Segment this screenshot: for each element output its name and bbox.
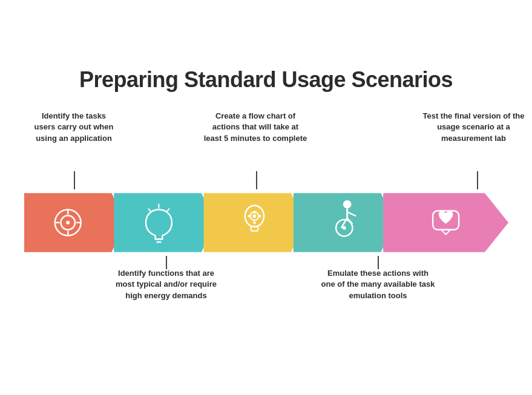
bottom-annotation-1: Identify functions that are most typical… [112, 268, 221, 302]
svg-point-2 [66, 221, 70, 224]
top-annotations: Identify the tasks users carry out when … [24, 111, 508, 189]
vline-bot-1 [166, 256, 167, 269]
page-title: Preparing Standard Usage Scenarios [24, 67, 508, 93]
top-annotation-1: Identify the tasks users carry out when … [33, 111, 115, 145]
vline-bot-2 [378, 256, 379, 269]
svg-point-20 [343, 200, 351, 208]
chevron-row [24, 189, 508, 256]
top-annotation-3: Test the final version of the usage scen… [422, 111, 525, 145]
target-icon [54, 209, 80, 235]
svg-rect-18 [258, 215, 261, 217]
svg-rect-16 [253, 211, 255, 213]
diagram-wrapper: Identify the tasks users carry out when … [24, 111, 508, 328]
chevrons-svg [24, 189, 508, 256]
svg-rect-19 [248, 215, 250, 217]
top-annotation-2: Create a flow chart of actions that will… [203, 111, 309, 145]
bottom-annotation-2: Emulate these actions with one of the ma… [321, 268, 436, 302]
main-container: Preparing Standard Usage Scenarios Ident… [6, 55, 527, 341]
svg-point-15 [252, 214, 256, 218]
chevron-2 [114, 193, 215, 252]
vline-top-3 [477, 171, 478, 189]
svg-point-24 [342, 226, 346, 229]
vline-top-1 [74, 171, 75, 189]
svg-rect-17 [253, 221, 255, 224]
bottom-annotations: Identify functions that are most typical… [24, 256, 508, 328]
vline-top-2 [256, 171, 257, 189]
